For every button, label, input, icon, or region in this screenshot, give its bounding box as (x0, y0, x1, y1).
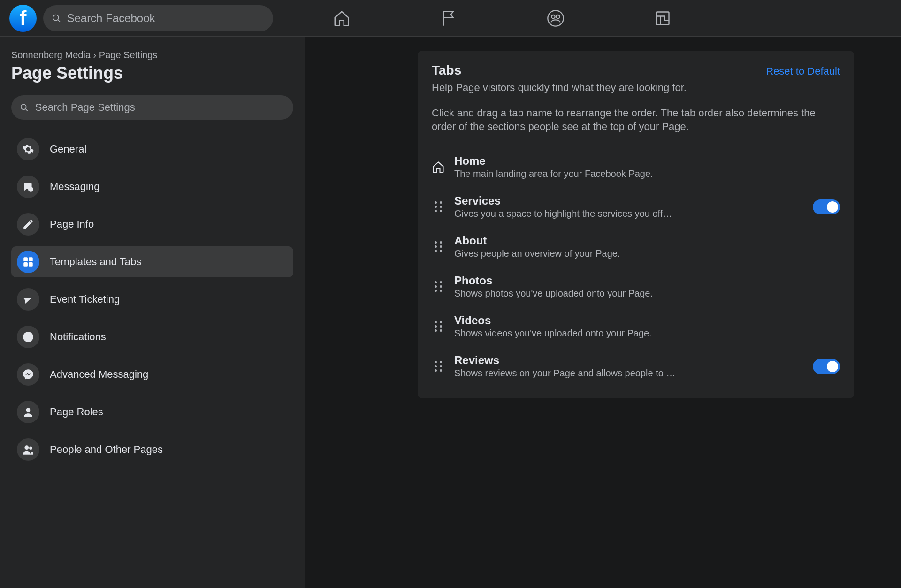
svg-point-15 (24, 445, 29, 450)
sidebar-item-label: Messaging (50, 181, 99, 193)
people-icon (17, 438, 39, 461)
tab-text: AboutGives people an overview of your Pa… (454, 234, 840, 259)
pencil-icon (17, 213, 39, 236)
reset-to-default-link[interactable]: Reset to Default (766, 65, 840, 77)
svg-rect-9 (23, 257, 28, 261)
tab-text: HomeThe main landing area for your Faceb… (454, 154, 840, 179)
svg-point-2 (548, 10, 563, 26)
panel-title: Tabs (432, 63, 461, 78)
svg-point-8 (28, 187, 33, 192)
search-icon (52, 13, 61, 23)
svg-point-14 (26, 408, 31, 412)
toggle-services[interactable] (813, 199, 840, 214)
tab-row-reviews[interactable]: ReviewsShows reviews on your Page and al… (432, 346, 840, 386)
groups-nav-icon[interactable] (544, 7, 567, 30)
svg-rect-5 (657, 12, 669, 24)
svg-point-4 (556, 15, 559, 18)
sidebar-item-label: Advanced Messaging (50, 368, 148, 381)
page-title: Page Settings (11, 63, 293, 83)
drag-handle-icon[interactable] (432, 361, 445, 372)
drag-handle-icon[interactable] (432, 281, 445, 292)
sidebar-item-page-info[interactable]: Page Info (11, 209, 293, 240)
sidebar-item-page-roles[interactable]: Page Roles (11, 397, 293, 428)
sidebar-item-label: Page Roles (50, 406, 103, 418)
tab-text: VideosShows videos you've uploaded onto … (454, 314, 840, 339)
breadcrumb[interactable]: Sonnenberg Media › Page Settings (11, 50, 293, 61)
top-bar: f (0, 0, 901, 37)
breadcrumb-section[interactable]: Page Settings (99, 50, 158, 60)
tab-text: ReviewsShows reviews on your Page and al… (454, 354, 803, 379)
tab-title: Home (454, 154, 840, 168)
tab-text: PhotosShows photos you've uploaded onto … (454, 274, 840, 299)
tab-row-home[interactable]: HomeThe main landing area for your Faceb… (432, 147, 840, 187)
facebook-logo-icon[interactable]: f (9, 5, 37, 32)
svg-rect-10 (29, 257, 33, 261)
svg-point-16 (29, 447, 32, 450)
tab-description: Gives people an overview of your Page. (454, 248, 840, 259)
person-icon (17, 401, 39, 423)
drag-handle-icon[interactable] (432, 321, 445, 332)
sidebar-item-messaging[interactable]: Messaging (11, 171, 293, 202)
tab-list: HomeThe main landing area for your Faceb… (432, 147, 840, 386)
tab-title: Reviews (454, 354, 803, 367)
drag-handle-icon[interactable] (432, 241, 445, 252)
ticket-icon (17, 288, 39, 311)
sidebar-search-input[interactable] (35, 101, 285, 114)
sidebar-item-notifications[interactable]: Notifications (11, 321, 293, 352)
sidebar-item-general[interactable]: General (11, 134, 293, 165)
search-icon (20, 103, 29, 112)
tab-title: Videos (454, 314, 840, 327)
breadcrumb-sep: › (93, 50, 97, 60)
svg-point-3 (551, 15, 555, 18)
sidebar-item-label: People and Other Pages (50, 443, 163, 456)
svg-line-1 (58, 20, 60, 22)
svg-rect-11 (23, 262, 28, 267)
svg-rect-12 (29, 262, 33, 267)
sidebar-item-advanced-messaging[interactable]: Advanced Messaging (11, 359, 293, 390)
home-icon (432, 160, 445, 174)
tab-row-about[interactable]: AboutGives people an overview of your Pa… (432, 227, 840, 267)
drag-handle-icon[interactable] (432, 201, 445, 212)
globe-icon (17, 326, 39, 348)
tab-title: Services (454, 194, 803, 207)
messenger-icon (17, 363, 39, 386)
sidebar-item-label: Event Ticketing (50, 293, 120, 305)
panel-subtitle: Help Page visitors quickly find what the… (432, 81, 840, 95)
svg-line-7 (26, 109, 28, 111)
gear-icon (17, 138, 39, 160)
sidebar-item-templates-and-tabs[interactable]: Templates and Tabs (11, 246, 293, 277)
sidebar-item-label: Page Info (50, 218, 94, 230)
sidebar-item-label: General (50, 143, 86, 155)
sidebar-item-people-and-other-pages[interactable]: People and Other Pages (11, 434, 293, 465)
tab-title: About (454, 234, 840, 247)
main-content: Tabs Reset to Default Help Page visitors… (305, 37, 901, 588)
tab-description: Gives you a space to highlight the servi… (454, 208, 803, 219)
gaming-nav-icon[interactable] (651, 7, 674, 30)
toggle-reviews[interactable] (813, 359, 840, 374)
tab-text: ServicesGives you a space to highlight t… (454, 194, 803, 219)
tab-row-photos[interactable]: PhotosShows photos you've uploaded onto … (432, 267, 840, 306)
breadcrumb-page[interactable]: Sonnenberg Media (11, 50, 91, 60)
tab-description: The main landing area for your Facebook … (454, 168, 840, 179)
svg-point-0 (53, 15, 59, 20)
sidebar-item-label: Templates and Tabs (50, 256, 141, 268)
sidebar-item-event-ticketing[interactable]: Event Ticketing (11, 284, 293, 315)
tab-row-services[interactable]: ServicesGives you a space to highlight t… (432, 187, 840, 227)
tab-description: Shows videos you've uploaded onto your P… (454, 328, 840, 339)
sidebar: Sonnenberg Media › Page Settings Page Se… (0, 37, 305, 588)
tabs-panel: Tabs Reset to Default Help Page visitors… (418, 51, 854, 398)
sidebar-search[interactable] (11, 95, 293, 120)
grid-icon (17, 251, 39, 273)
pages-nav-icon[interactable] (437, 7, 460, 30)
svg-point-6 (21, 104, 26, 109)
panel-description: Click and drag a tab name to rearrange t… (432, 106, 840, 134)
sidebar-menu: GeneralMessagingPage InfoTemplates and T… (11, 134, 293, 465)
sidebar-item-label: Notifications (50, 331, 106, 343)
tab-description: Shows reviews on your Page and allows pe… (454, 368, 803, 379)
top-nav (227, 7, 674, 30)
tab-title: Photos (454, 274, 840, 287)
tab-description: Shows photos you've uploaded onto your P… (454, 288, 840, 299)
home-nav-icon[interactable] (330, 7, 353, 30)
tab-row-videos[interactable]: VideosShows videos you've uploaded onto … (432, 306, 840, 346)
comments-icon (17, 176, 39, 198)
